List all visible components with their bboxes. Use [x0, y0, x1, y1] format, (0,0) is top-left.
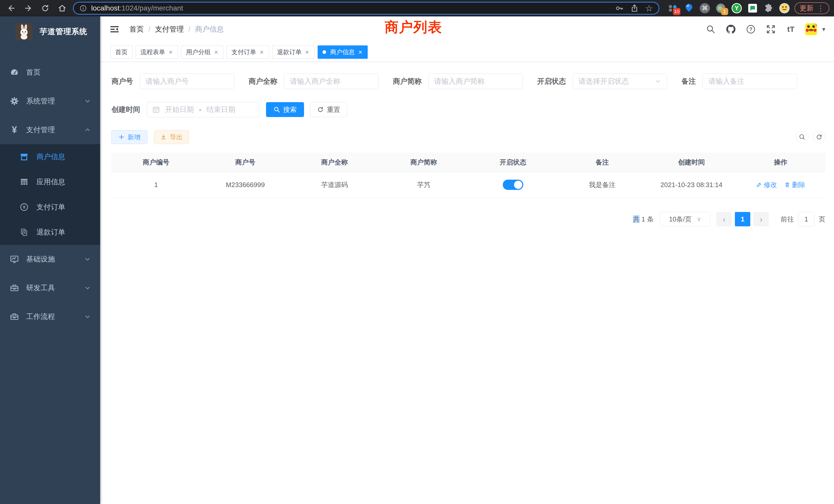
extension-balloon-icon[interactable] — [683, 3, 694, 14]
sidebar-logo[interactable]: 芋道管理系统 — [0, 17, 100, 47]
grid-table-icon — [20, 177, 29, 187]
chevron-down-icon — [655, 78, 661, 85]
github-icon[interactable] — [725, 24, 737, 35]
close-icon[interactable]: × — [168, 49, 173, 55]
page-number-button[interactable]: 1 — [735, 212, 750, 226]
screen: localhost:1024/pay/merchant ☆ 10 ⌘ — [0, 0, 834, 504]
search-icon[interactable] — [705, 24, 717, 35]
toggle-search-button[interactable] — [796, 131, 808, 143]
create-time-range-input[interactable]: 开始日期 - 结束日期 — [147, 102, 259, 117]
tab-user-group[interactable]: 用户分组× — [181, 45, 223, 59]
start-date-placeholder[interactable]: 开始日期 — [165, 105, 194, 114]
tab-pay-order[interactable]: 支付订单× — [226, 45, 269, 59]
extension-command-icon[interactable]: ⌘ — [699, 3, 710, 14]
merchant-no-input[interactable] — [140, 74, 234, 89]
cell-merchant-no: M233666999 — [201, 181, 290, 189]
site-info-icon[interactable] — [79, 4, 87, 12]
shop-icon — [20, 152, 29, 161]
full-name-input[interactable] — [284, 74, 378, 89]
sidebar-item-home[interactable]: 首页 — [0, 58, 100, 87]
address-bar[interactable]: localhost:1024/pay/merchant ☆ — [73, 2, 659, 15]
update-label: 更新 — [799, 4, 813, 13]
table-row: 1 M233666999 芋道源码 芋艿 我是备注 2021-10-23 08:… — [111, 172, 825, 198]
plus-icon — [118, 134, 125, 140]
table-header-row: 商户编号 商户号 商户全称 商户简称 开启状态 备注 创建时间 操作 — [111, 153, 825, 172]
browser-menu-icon[interactable]: ⋮ — [817, 4, 824, 13]
breadcrumb-home[interactable]: 首页 — [129, 24, 144, 34]
create-time-label: 创建时间 — [111, 105, 140, 114]
add-button[interactable]: 新增 — [111, 130, 147, 144]
chevron-down-icon: ∨ — [697, 215, 701, 223]
fullscreen-icon[interactable] — [765, 24, 776, 35]
sidebar-item-label: 系统管理 — [26, 96, 55, 106]
edit-link[interactable]: 修改 — [756, 180, 777, 189]
page-size-select[interactable]: 10条/页 ∨ — [660, 212, 710, 226]
extension-chat-icon[interactable] — [747, 3, 758, 14]
sidebar-item-label: 商户信息 — [37, 152, 65, 162]
status-select[interactable]: 请选择开启状态 — [573, 74, 667, 89]
search-button[interactable]: 搜索 — [266, 102, 304, 117]
export-button[interactable]: 导出 — [154, 130, 189, 144]
end-date-placeholder[interactable]: 结束日期 — [206, 105, 235, 114]
sidebar-item-infra[interactable]: 基础设施 — [0, 245, 100, 274]
sidebar-collapse-icon[interactable] — [109, 24, 120, 35]
close-icon[interactable]: × — [358, 49, 363, 55]
tab-merchant-info[interactable]: 商户信息× — [317, 45, 368, 59]
reset-button[interactable]: 重置 — [310, 102, 347, 117]
table-toolbar: 新增 导出 — [111, 130, 825, 144]
share-icon[interactable] — [630, 4, 639, 12]
merchant-no-label: 商户号 — [111, 76, 133, 86]
yen-icon: ¥ — [9, 125, 20, 135]
extension-y-icon[interactable]: Y — [731, 3, 742, 14]
tab-home[interactable]: 首页 — [110, 45, 132, 59]
col-header: 操作 — [736, 158, 826, 167]
sidebar-item-pay[interactable]: ¥ 支付管理 — [0, 115, 100, 144]
avatar-caret-icon[interactable]: ▾ — [822, 26, 825, 33]
sidebar-item-refund-order[interactable]: 退款订单 — [0, 220, 100, 245]
prev-page-button[interactable]: ‹ — [717, 212, 732, 226]
browser-update-button[interactable]: 更新 ⋮ — [794, 2, 829, 14]
next-page-button[interactable]: › — [753, 212, 769, 226]
tab-refund-order[interactable]: 退款订单× — [272, 45, 314, 59]
calendar-icon — [152, 106, 160, 113]
filter-row-2: 创建时间 开始日期 - 结束日期 搜索 重置 — [111, 102, 825, 117]
browser-home-icon[interactable] — [56, 2, 69, 15]
sidebar-item-system[interactable]: 系统管理 — [0, 87, 100, 115]
extension-meet-icon[interactable]: 1 — [716, 3, 726, 14]
top-navbar: 首页 / 支付管理 / 商户信息 商户列表 ? — [100, 17, 834, 42]
breadcrumb-pay[interactable]: 支付管理 — [155, 24, 184, 34]
delete-link[interactable]: 删除 — [784, 180, 805, 189]
tab-process-form[interactable]: 流程表单× — [136, 45, 178, 59]
password-key-icon[interactable] — [615, 4, 624, 13]
close-icon[interactable]: × — [214, 49, 219, 55]
status-toggle[interactable] — [503, 180, 523, 190]
extensions-puzzle-icon[interactable] — [763, 3, 774, 14]
sidebar-item-dev-tools[interactable]: 研发工具 — [0, 274, 100, 302]
help-icon[interactable]: ? — [745, 24, 756, 35]
extension-workona-icon[interactable]: 10 — [667, 3, 678, 14]
svg-text:¥: ¥ — [23, 205, 25, 210]
url-text[interactable]: localhost:1024/pay/merchant — [91, 4, 183, 12]
merchant-table: 商户编号 商户号 商户全称 商户简称 开启状态 备注 创建时间 操作 1 M23… — [111, 153, 825, 198]
browser-reload-icon[interactable] — [39, 2, 52, 15]
sidebar-item-label: 应用信息 — [37, 177, 65, 187]
sidebar-item-label: 支付管理 — [26, 125, 55, 135]
url-path: :1024/pay/merchant — [120, 4, 183, 12]
refresh-table-button[interactable] — [813, 131, 825, 143]
goto-page-input[interactable] — [798, 212, 814, 226]
sidebar-item-pay-order[interactable]: ¥ 支付订单 — [0, 194, 100, 220]
profile-avatar-icon[interactable] — [779, 3, 790, 14]
remark-input[interactable] — [703, 74, 797, 89]
font-size-icon[interactable]: tT — [785, 24, 796, 35]
browser-forward-icon[interactable] — [22, 2, 35, 15]
close-icon[interactable]: × — [305, 49, 310, 55]
short-name-input[interactable] — [428, 74, 523, 89]
sidebar-item-app-info[interactable]: 应用信息 — [0, 169, 100, 194]
user-avatar[interactable] — [805, 23, 817, 35]
browser-back-icon[interactable] — [5, 2, 18, 15]
browser-toolbar: localhost:1024/pay/merchant ☆ 10 ⌘ — [0, 0, 834, 17]
bookmark-star-icon[interactable]: ☆ — [645, 4, 653, 13]
sidebar-item-workflow[interactable]: 工作流程 — [0, 302, 100, 331]
close-icon[interactable]: × — [259, 49, 264, 55]
sidebar-item-merchant-info[interactable]: 商户信息 — [0, 144, 100, 169]
